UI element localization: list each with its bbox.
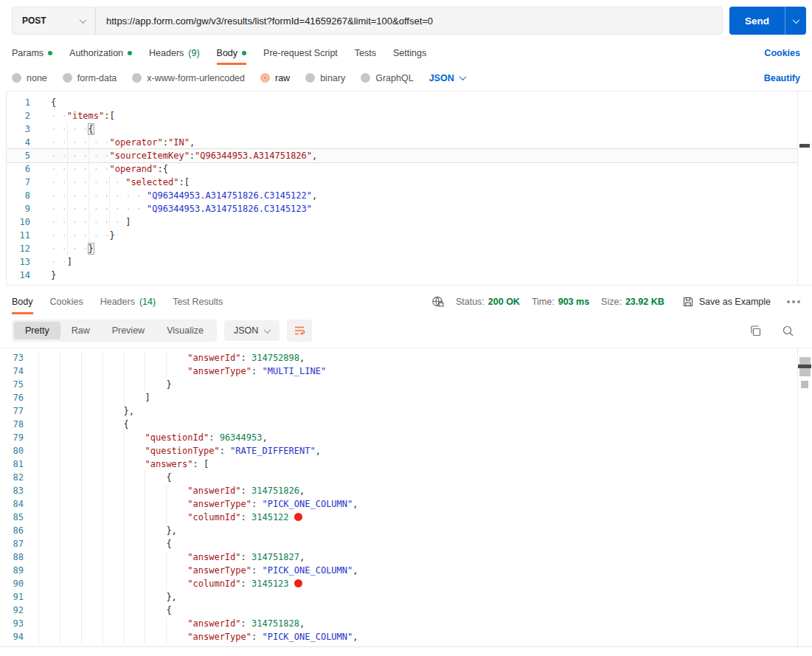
code-line: 82 {	[0, 471, 812, 484]
indent-guide	[38, 365, 39, 378]
tab-tests[interactable]: Tests	[355, 41, 376, 65]
indent-guide	[60, 617, 60, 630]
indent-guide	[81, 537, 82, 550]
indent-guide	[145, 537, 145, 550]
indent-guide	[103, 471, 103, 484]
indent-guide	[103, 404, 103, 418]
request-editor-scrollbar[interactable]	[797, 92, 812, 285]
beautify-link[interactable]: Beautify	[764, 73, 800, 83]
more-options-button[interactable]	[787, 300, 800, 303]
line-number: 7	[7, 176, 38, 189]
search-icon[interactable]	[782, 325, 794, 337]
request-language-select[interactable]: JSON	[429, 73, 465, 83]
indent-guide	[60, 604, 60, 617]
body-type-binary[interactable]: binary	[305, 73, 345, 83]
tab-params[interactable]: Params	[12, 41, 52, 65]
line-number: 82	[0, 471, 31, 484]
indent-guide	[60, 577, 60, 590]
wrap-lines-icon	[294, 325, 305, 336]
body-type-graphql[interactable]: GraphQL	[361, 73, 413, 83]
radio-icon	[361, 73, 370, 83]
body-type-form-data[interactable]: form-data	[63, 73, 117, 83]
tab-settings[interactable]: Settings	[393, 41, 426, 65]
request-body-editor[interactable]: 1{2· ·"items":[3· · · ·{4· · · · · ·"ope…	[6, 91, 812, 286]
cookies-link[interactable]: Cookies	[764, 41, 800, 65]
indent-guide	[60, 444, 60, 458]
line-number: 6	[7, 162, 38, 176]
indent-guide	[124, 577, 125, 590]
indent-guide	[145, 378, 145, 391]
view-preview[interactable]: Preview	[101, 322, 156, 339]
send-button[interactable]: Send	[729, 7, 785, 35]
line-number: 94	[0, 630, 31, 643]
indent-guide	[89, 162, 89, 176]
indent-guide	[67, 242, 68, 255]
indent-guide	[124, 365, 125, 378]
tab-headers[interactable]: Headers(9)	[149, 41, 200, 65]
response-language-select[interactable]: JSON	[224, 320, 280, 341]
method-select[interactable]: POST	[13, 7, 96, 34]
tab-cookies[interactable]: Cookies	[50, 289, 83, 314]
line-number: 83	[0, 484, 31, 497]
indent-guide	[145, 577, 145, 590]
indent-guide	[60, 550, 60, 564]
view-pretty[interactable]: Pretty	[14, 322, 60, 339]
indent-guide	[145, 590, 145, 604]
tab-label: Authorization	[69, 48, 123, 58]
indent-guide	[103, 524, 103, 537]
tab-body[interactable]: Body	[217, 41, 247, 65]
line-number: 76	[0, 391, 31, 404]
indent-guide	[38, 471, 39, 484]
scrollbar-marker	[798, 365, 811, 368]
indent-guide	[124, 497, 125, 511]
tab-body[interactable]: Body	[12, 289, 33, 314]
indent-guide	[166, 617, 167, 630]
wrap-lines-button[interactable]	[287, 320, 312, 342]
body-type-raw[interactable]: raw	[260, 73, 290, 83]
indent-guide	[145, 511, 145, 524]
response-language-label: JSON	[234, 325, 258, 336]
response-body-viewer[interactable]: 73 "answerId": 314752898,74 "answerType"…	[0, 348, 812, 647]
tab-headers[interactable]: Headers(14)	[100, 289, 156, 314]
indent-guide	[145, 524, 145, 537]
code-line: 8· · · · · · · · · "Q96344953.A314751826…	[7, 189, 812, 202]
indent-guide	[145, 497, 145, 511]
indent-guide	[166, 550, 167, 564]
line-number: 8	[7, 189, 38, 202]
indent-guide	[38, 590, 39, 604]
indent-guide	[81, 497, 82, 511]
body-type-none[interactable]: none	[12, 73, 47, 83]
indent-guide	[60, 590, 60, 604]
indent-guide	[81, 511, 82, 524]
copy-icon[interactable]	[749, 325, 762, 337]
body-type-x-www-form-urlencoded[interactable]: x-www-form-urlencoded	[132, 73, 245, 83]
indent-guide	[38, 404, 39, 418]
view-visualize[interactable]: Visualize	[156, 322, 215, 339]
indent-guide	[145, 550, 145, 564]
radio-icon	[305, 73, 315, 83]
indent-guide	[67, 149, 68, 162]
size-value: 23.92 KB	[625, 297, 664, 307]
indent-guide	[103, 564, 103, 577]
indent-guide	[38, 577, 39, 590]
save-as-example-button[interactable]: Save as Example	[682, 296, 771, 308]
indent-guide	[38, 617, 39, 630]
network-lock-icon	[431, 295, 444, 308]
tab-pre-request-script[interactable]: Pre-request Script	[263, 41, 338, 65]
response-code: 73 "answerId": 314752898,74 "answerType"…	[0, 351, 812, 643]
view-raw[interactable]: Raw	[60, 322, 101, 339]
indent-guide	[166, 511, 167, 524]
tab-authorization[interactable]: Authorization	[69, 41, 132, 65]
indent-guide	[38, 444, 39, 458]
indent-guide	[124, 484, 125, 497]
tab-test-results[interactable]: Test Results	[173, 289, 223, 314]
send-options-button[interactable]	[785, 7, 806, 35]
line-number: 75	[0, 378, 31, 391]
url-input[interactable]: https://app.form.com/gw/v3/results/list?…	[96, 15, 722, 27]
code-line: 83 "answerId": 314751826,	[0, 484, 812, 497]
response-scrollbar[interactable]	[797, 348, 812, 646]
indent-guide	[124, 391, 125, 404]
time-label: Time:	[532, 297, 555, 307]
indent-guide	[124, 444, 125, 458]
code-line: 2· ·"items":[	[7, 109, 812, 122]
